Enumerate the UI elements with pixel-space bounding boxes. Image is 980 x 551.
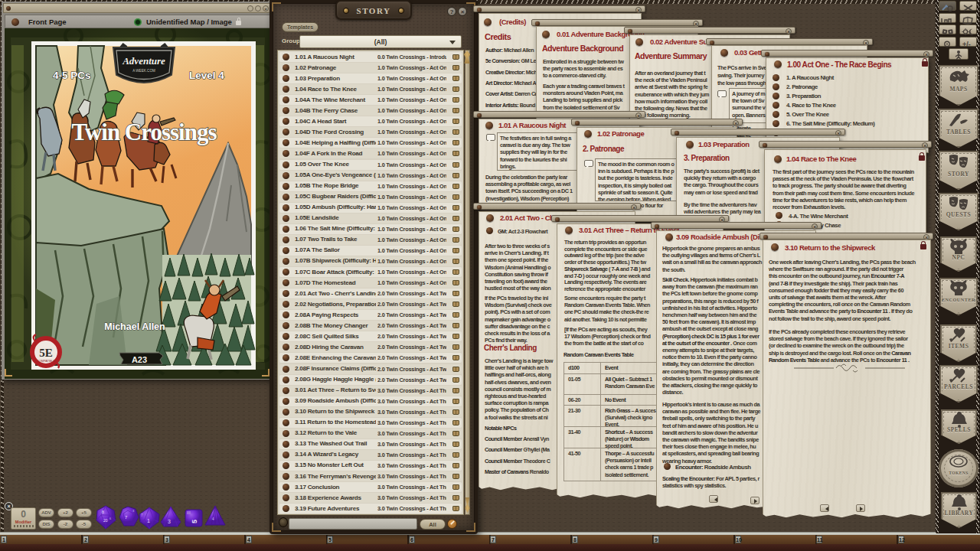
svg-text:+/-: +/- — [962, 41, 971, 48]
svg-text:3: 3 — [168, 519, 171, 524]
svg-text:4-5 PCs: 4-5 PCs — [53, 70, 91, 81]
svg-text:COMPATIBLE: COMPATIBLE — [37, 360, 55, 363]
svg-text:A23: A23 — [132, 355, 147, 364]
svg-text:5: 5 — [191, 520, 198, 523]
svg-text:1: 1 — [147, 518, 150, 523]
svg-text:20: 20 — [103, 518, 108, 523]
svg-text:Michael Allen: Michael Allen — [104, 321, 165, 332]
svg-text:5E: 5E — [39, 347, 53, 359]
svg-text:Level 4: Level 4 — [189, 70, 224, 81]
svg-text:8: 8 — [102, 510, 104, 514]
svg-text:A WEEK.COM: A WEEK.COM — [132, 69, 155, 73]
svg-text:Adventure: Adventure — [122, 55, 165, 67]
svg-text:Twin Crossings: Twin Crossings — [72, 119, 217, 145]
